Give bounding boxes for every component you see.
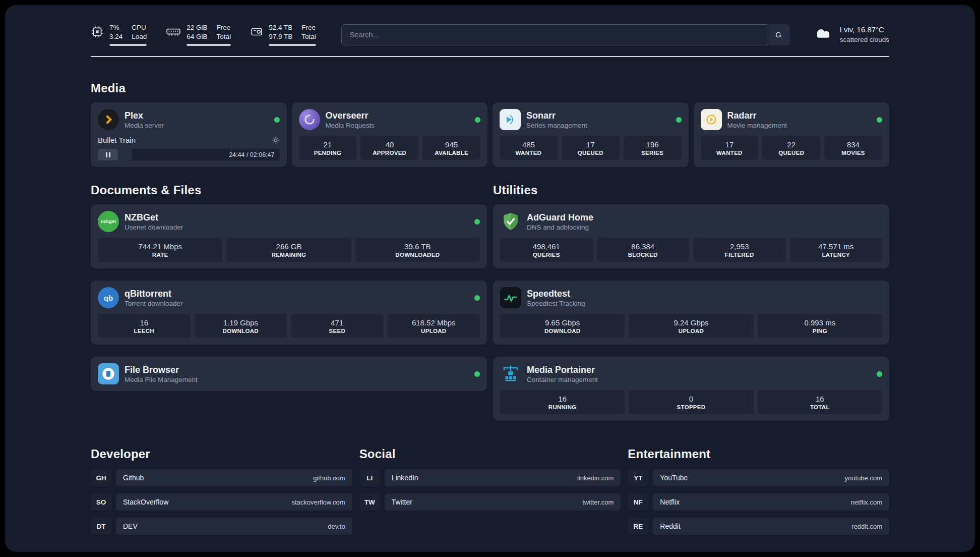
pause-button[interactable] [98, 149, 118, 160]
app-card-nzbget: nzbget NZBGet Usenet downloader 744.21 M… [91, 204, 487, 268]
bookmark-abbr[interactable]: YT [628, 469, 648, 486]
cpu-usage-bar [109, 44, 147, 46]
stat-tile: 945 AVAILABLE [422, 136, 480, 160]
app-name-qbittorrent: qBittorrent [125, 288, 183, 299]
qbittorrent-icon: qb [98, 287, 119, 308]
stat-label: RATE [152, 252, 168, 258]
app-desc-filebrowser: Media File Management [125, 375, 198, 384]
bookmark-link[interactable]: DEV dev.to [116, 518, 352, 535]
plex-icon [98, 109, 119, 130]
section-media: Media Plex Media server [91, 81, 889, 167]
topbar-divider [91, 56, 889, 57]
cpu-load-value: 3.24 [109, 32, 122, 41]
stat-value: 485 [522, 140, 535, 149]
stat-value: 9.65 Gbps [545, 318, 580, 327]
bookmark-abbr[interactable]: NF [628, 493, 648, 511]
section-social: Social LI LinkedIn linkedin.com TW Twitt… [359, 447, 621, 535]
app-link-overseerr[interactable]: Overseerr Media Requests [299, 109, 375, 130]
stat-value: 86,384 [631, 242, 654, 251]
app-link-qbittorrent[interactable]: qb qBittorrent Torrent downloader [98, 287, 183, 308]
app-name-adguard: AdGuard Home [527, 212, 593, 223]
stat-value: 17 [725, 140, 734, 149]
bookmark-abbr[interactable]: TW [359, 493, 380, 511]
bookmark-link[interactable]: LinkedIn linkedin.com [385, 469, 621, 486]
bookmark-name: Twitter [392, 498, 412, 506]
app-link-plex[interactable]: Plex Media server [98, 109, 164, 130]
bookmark-link[interactable]: Github github.com [116, 469, 352, 486]
app-name-plex: Plex [125, 110, 164, 121]
app-desc-portainer: Container management [527, 375, 598, 384]
app-card-qbittorrent: qb qBittorrent Torrent downloader 16 LEE… [91, 281, 487, 345]
app-link-filebrowser[interactable]: File Browser Media File Management [98, 363, 198, 384]
status-dot [877, 117, 882, 123]
section-title-developer: Developer [91, 447, 352, 461]
app-link-sonarr[interactable]: Sonarr Series management [500, 109, 587, 130]
stat-label: STOPPED [677, 404, 706, 410]
bookmark-link[interactable]: Reddit reddit.com [653, 518, 889, 535]
memory-label-bottom: Total [217, 32, 231, 41]
app-desc-overseerr: Media Requests [326, 121, 375, 130]
search-input[interactable] [341, 24, 790, 45]
bookmark-link[interactable]: Netflix netflix.com [653, 493, 889, 511]
stat-label: REMAINING [272, 252, 307, 258]
bookmark-link[interactable]: Twitter twitter.com [385, 493, 621, 511]
stat-value: 945 [445, 140, 458, 149]
screen-frame: 7% 3.24 CPU Load [0, 0, 980, 557]
section-title-social: Social [359, 447, 621, 461]
cpu-chip-icon [91, 25, 104, 38]
playback-progress-bar[interactable]: 24:44 / 02:06:47 [98, 149, 280, 160]
bookmark-abbr[interactable]: DT [91, 518, 111, 535]
stat-label: LEECH [134, 328, 154, 334]
app-link-adguard[interactable]: AdGuard Home DNS and adblocking [500, 211, 593, 232]
bookmark-abbr[interactable]: LI [359, 469, 380, 486]
bookmark-name: DEV [123, 522, 138, 530]
app-name-portainer: Media Portainer [527, 364, 598, 375]
stat-label: DOWNLOAD [223, 328, 259, 334]
app-desc-sonarr: Series management [526, 121, 587, 130]
bookmark-row: TW Twitter twitter.com [359, 493, 621, 511]
section-utilities: Utilities AdGuard Home [493, 183, 889, 421]
overseerr-icon [299, 109, 320, 130]
bookmark-url: netflix.com [851, 498, 882, 506]
bookmark-name: Netflix [660, 498, 680, 506]
status-dot [474, 219, 480, 225]
stat-tile: 16 LEECH [98, 314, 191, 338]
section-title-entertainment: Entertainment [628, 447, 889, 461]
app-card-portainer: Media Portainer Container management 16 … [493, 357, 889, 421]
bookmark-link[interactable]: YouTube youtube.com [653, 469, 889, 486]
bookmark-abbr[interactable]: GH [91, 469, 111, 486]
stat-label: QUEUED [778, 150, 804, 156]
stat-value: 17 [586, 140, 595, 149]
cpu-stat-group: 7% 3.24 CPU Load [91, 23, 147, 46]
stat-tile: 498,461 QUERIES [500, 238, 593, 262]
section-documents-files: Documents & Files nzbget NZBGet Usenet d… [91, 183, 487, 391]
stat-label: QUERIES [533, 252, 560, 258]
stat-label: LATENCY [822, 252, 850, 258]
app-card-radarr: Radarr Movie management 17 WANTED 22 QUE… [694, 102, 890, 167]
stat-tile: 40 APPROVED [360, 136, 418, 160]
stat-label: UPLOAD [679, 328, 704, 334]
stat-tile: 1.19 Gbps DOWNLOAD [195, 314, 287, 338]
stat-value: 0 [689, 395, 693, 403]
section-title-utilities: Utilities [493, 183, 889, 197]
cpu-label-top: CPU [132, 23, 147, 32]
stat-value: 266 GB [276, 242, 302, 251]
app-link-nzbget[interactable]: nzbget NZBGet Usenet downloader [98, 211, 183, 232]
bookmark-abbr[interactable]: SO [91, 493, 111, 511]
app-link-speedtest[interactable]: Speedtest Speedtest Tracking [500, 287, 585, 308]
app-link-portainer[interactable]: Media Portainer Container management [500, 363, 598, 384]
bookmark-abbr[interactable]: RE [628, 518, 648, 535]
stat-tile: 47.571 ms LATENCY [790, 238, 883, 262]
bookmark-link[interactable]: StackOverflow stackoverflow.com [116, 493, 352, 511]
search-engine-badge[interactable]: G [767, 24, 790, 45]
bookmark-url: github.com [313, 474, 345, 482]
stat-label: BLOCKED [628, 252, 658, 258]
app-desc-plex: Media server [125, 121, 164, 130]
stat-label: AVAILABLE [435, 150, 468, 156]
settings-gear-icon[interactable] [272, 136, 280, 144]
stat-label: UPLOAD [421, 328, 446, 334]
app-link-radarr[interactable]: Radarr Movie management [701, 109, 787, 130]
weather-widget: Lviv, 16.87°C scattered clouds [813, 25, 889, 44]
cpu-label-bottom: Load [132, 32, 147, 41]
app-name-filebrowser: File Browser [125, 364, 198, 375]
